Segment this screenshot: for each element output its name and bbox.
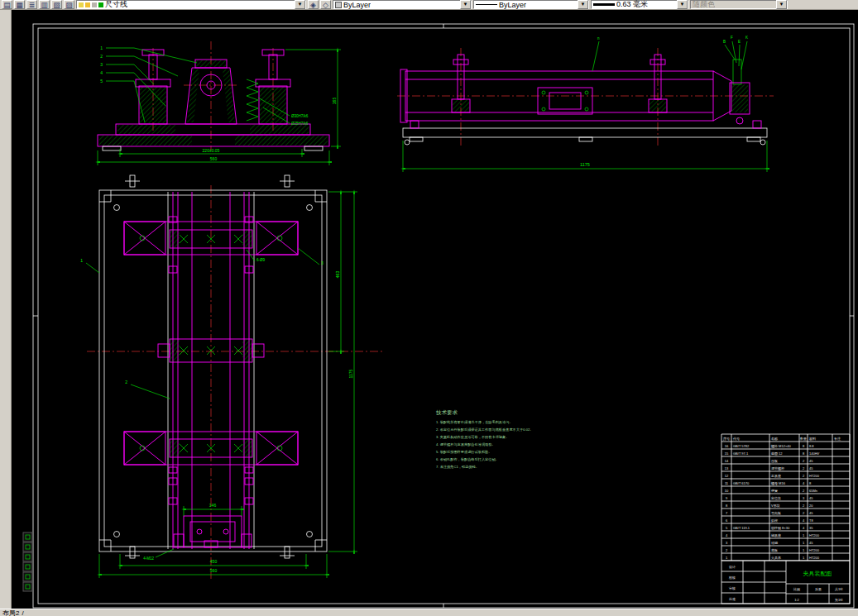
- table-cell: 13: [725, 466, 729, 470]
- table-cell: 8: [803, 444, 805, 448]
- table-cell: GB/T 97.1: [733, 451, 749, 456]
- layer-combo[interactable]: 尺寸线 ▼: [76, 0, 306, 9]
- scale-label: 比例: [793, 587, 800, 592]
- table-cell: GB/T 6170: [733, 481, 750, 485]
- table-cell: HT200: [809, 474, 820, 478]
- title-block: 设计 校核 审核 批准 夹具装配图 比例 1:2 质量 共1张 第1张: [721, 561, 850, 604]
- color-chip: [335, 2, 342, 8]
- plot-style-value: 随颜色: [693, 0, 715, 10]
- role-label: 设计: [729, 565, 736, 569]
- dim-text: 220±0.05: [203, 148, 220, 153]
- table-cell: 支承座: [771, 474, 781, 478]
- table-cell: HT200: [809, 556, 820, 560]
- table-cell: 45: [809, 541, 813, 545]
- table-cell: HT200: [809, 548, 820, 552]
- chevron-down-icon[interactable]: ▼: [578, 0, 588, 9]
- table-cell: 2: [726, 548, 728, 552]
- table-cell: 序号: [723, 437, 730, 441]
- hole-callout: 6-Ø9: [256, 258, 266, 262]
- layer-freeze-icon[interactable]: ▨: [64, 0, 74, 9]
- lineweight-combo[interactable]: 0.63 毫米 ▼: [591, 0, 688, 9]
- layout-tab[interactable]: 布局2: [2, 609, 19, 616]
- open-icon[interactable]: ▦: [14, 0, 25, 9]
- table-cell: 底板: [771, 548, 778, 552]
- table-cell: 4: [803, 518, 805, 523]
- layer-bulb-icon: [79, 2, 84, 7]
- table-cell: HT200: [809, 533, 820, 537]
- balloon-label: 2: [100, 54, 103, 59]
- table-cell: 65Mn: [809, 489, 817, 493]
- sheet-number: 第1张: [835, 598, 843, 602]
- table-cell: 45: [809, 511, 813, 515]
- table-cell: 圆柱销 8×30: [771, 526, 790, 530]
- balloon-label: 1: [80, 258, 83, 263]
- color-combo[interactable]: ByLayer ▼: [333, 0, 472, 9]
- fit-label: Ø25H7/k6: [291, 122, 309, 126]
- layer-lock-icon: [92, 2, 97, 7]
- dim-text: 146: [209, 503, 217, 508]
- table-cell: 4. 调节螺杆与支承座配合处涂润滑脂。: [436, 442, 496, 447]
- table-cell: 1. 装配前所有零件须清洗干净，去除毛刺及油污。: [436, 420, 513, 425]
- table-cell: 45: [809, 459, 813, 463]
- layout-viewport[interactable]: 1 2 3 4 5 Ø30H7/k6 Ø25H7/k6 220±0.05: [12, 10, 858, 609]
- bolt-callout: 4-M12: [143, 556, 154, 561]
- bom-table: 序号代号名称数量材料备注16GB/T 5782螺栓 M12×4088.815GB…: [721, 434, 850, 561]
- table-cell: 2: [803, 466, 805, 470]
- dim-text: 560: [210, 156, 218, 161]
- chevron-down-icon: ▼: [776, 0, 787, 9]
- table-cell: 定位块: [771, 496, 781, 500]
- chevron-down-icon[interactable]: ▼: [677, 0, 688, 9]
- table-cell: 垫圈 12: [771, 451, 783, 456]
- table-cell: 螺母 M16: [771, 481, 786, 485]
- chevron-down-icon[interactable]: ▼: [460, 0, 471, 9]
- docked-toolbar-stack[interactable]: [23, 532, 32, 591]
- table-cell: 1: [803, 548, 805, 552]
- layer-manager-icon[interactable]: ≣: [26, 0, 37, 9]
- table-cell: GB/T 119.1: [733, 526, 750, 530]
- new-icon[interactable]: ▤: [2, 0, 12, 9]
- table-cell: 转轴: [771, 541, 778, 545]
- table-cell: 2. 各定位元件装配后须保证其工作面与底板垂直度不大于0.02。: [436, 427, 534, 432]
- table-cell: 螺栓 M12×40: [771, 444, 791, 448]
- linetype-combo-value: ByLayer: [499, 1, 526, 9]
- table-cell: 9: [726, 496, 728, 500]
- layer-color-chip: [98, 2, 103, 7]
- tab-separator: /: [22, 609, 23, 616]
- table-cell: 12: [725, 474, 729, 478]
- sheet-count: 共1张: [835, 587, 843, 591]
- table-cell: 140HV: [809, 451, 820, 456]
- table-cell: 3: [803, 496, 805, 500]
- table-cell: 8: [726, 504, 728, 508]
- dim-text: 560: [210, 568, 218, 573]
- table-cell: GB/T 5782: [733, 444, 750, 448]
- object-properties-toolbar: ▤ ▦ ≣ ▥ ▧ ▨ 尺寸线 ▼ ◈ ◇ ByLayer ▼ ByLayer …: [0, 0, 858, 10]
- linetype-combo[interactable]: ByLayer ▼: [473, 0, 589, 9]
- table-cell: 弹簧: [771, 489, 778, 493]
- drawing-canvas[interactable]: 1 2 3 4 5 Ø30H7/k6 Ø25H7/k6 220±0.05: [12, 10, 858, 609]
- layer-states-icon[interactable]: ▥: [39, 0, 50, 9]
- table-cell: 3. 夹紧机构动作应灵活可靠，不得有卡滞现象。: [436, 435, 509, 440]
- table-cell: 导向板: [771, 511, 781, 515]
- left-dock: [0, 10, 12, 609]
- table-cell: 数量: [800, 437, 807, 441]
- table-cell: 代号: [732, 437, 740, 441]
- table-cell: 16: [725, 444, 729, 448]
- layer-on-off-icon[interactable]: ▧: [51, 0, 62, 9]
- balloon-label: 3: [321, 260, 324, 265]
- table-cell: 6: [726, 518, 728, 523]
- layer-combo-value: 尺寸线: [105, 0, 127, 10]
- table-cell: 45: [809, 496, 813, 500]
- table-cell: 轴承座: [771, 533, 781, 537]
- view-label: F: [731, 36, 733, 40]
- drawing-title: 夹具装配图: [803, 571, 832, 577]
- layer-previous-icon[interactable]: ◇: [320, 0, 331, 9]
- table-cell: 调节螺杆: [771, 466, 784, 470]
- make-layer-current-icon[interactable]: ◈: [308, 0, 319, 9]
- color-combo-value: ByLayer: [343, 1, 371, 9]
- plot-style-combo: 随颜色 ▼: [690, 0, 788, 9]
- cad-window: ▤ ▦ ≣ ▥ ▧ ▨ 尺寸线 ▼ ◈ ◇ ByLayer ▼ ByLayer …: [0, 0, 858, 616]
- role-label: 校核: [728, 575, 736, 580]
- table-cell: 2: [803, 489, 805, 493]
- chevron-down-icon[interactable]: ▼: [295, 0, 305, 9]
- table-cell: 45: [809, 466, 813, 470]
